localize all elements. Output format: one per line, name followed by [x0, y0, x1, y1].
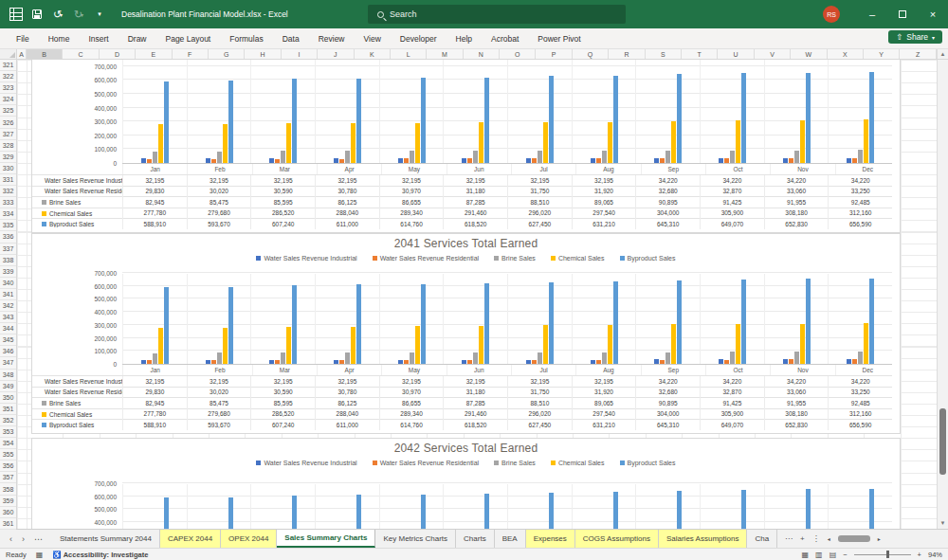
row-header-357[interactable]: 357: [0, 472, 16, 483]
row-header-321[interactable]: 321: [0, 60, 16, 71]
horizontal-scroll-thumb[interactable]: [838, 535, 870, 542]
column-header-I[interactable]: I: [282, 49, 318, 59]
redo-icon[interactable]: ↻▾: [70, 6, 87, 23]
sheet-tab-salaries-assumptions[interactable]: Salaries Assumptions: [659, 530, 747, 548]
column-header-N[interactable]: N: [464, 49, 500, 59]
column-header-U[interactable]: U: [718, 49, 754, 59]
close-icon[interactable]: ×: [918, 0, 948, 28]
ribbon-tab-draw[interactable]: Draw: [119, 31, 155, 46]
row-header-355[interactable]: 355: [0, 449, 16, 461]
row-header-331[interactable]: 331: [0, 174, 16, 186]
all-sheets-icon[interactable]: ⋯: [785, 534, 793, 543]
save-icon[interactable]: [28, 6, 46, 23]
row-header-361[interactable]: 361: [0, 518, 16, 530]
sheet-tab-opex-2044[interactable]: OPEX 2044: [221, 530, 277, 548]
column-header-P[interactable]: P: [536, 49, 572, 59]
row-header-349[interactable]: 349: [0, 381, 16, 392]
ribbon-tab-page-layout[interactable]: Page Layout: [157, 31, 220, 46]
row-header-358[interactable]: 358: [0, 483, 16, 495]
row-header-340[interactable]: 340: [0, 278, 16, 289]
sheet-tab-sales-summary-charts[interactable]: Sales Summary Charts: [277, 530, 375, 548]
row-header-328[interactable]: 328: [0, 140, 16, 152]
row-header-325[interactable]: 325: [0, 105, 16, 117]
row-header-333[interactable]: 333: [0, 197, 16, 208]
sheet-tab-capex-2044[interactable]: CAPEX 2044: [160, 530, 221, 548]
row-header-345[interactable]: 345: [0, 334, 16, 346]
sheet-tab-charts[interactable]: Charts: [456, 530, 495, 548]
column-header-X[interactable]: X: [828, 49, 864, 59]
row-header-323[interactable]: 323: [0, 82, 16, 94]
select-all-corner[interactable]: [0, 49, 17, 59]
column-header-O[interactable]: O: [500, 49, 536, 59]
column-header-Q[interactable]: Q: [573, 49, 609, 59]
row-header-348[interactable]: 348: [0, 370, 16, 381]
chart-2041-services-total-earned[interactable]: 2041 Services Total EarnedWater Sales Re…: [31, 233, 901, 434]
restore-icon[interactable]: [887, 0, 918, 28]
zoom-slider[interactable]: [854, 554, 911, 555]
vertical-scroll-thumb[interactable]: [939, 408, 946, 475]
row-header-346[interactable]: 346: [0, 346, 16, 357]
sheet-canvas[interactable]: Water Sales Revenue IndustrialWater Sale…: [17, 60, 937, 529]
column-header-M[interactable]: M: [427, 49, 463, 59]
row-header-336[interactable]: 336: [0, 231, 16, 243]
ribbon-tab-data[interactable]: Data: [274, 31, 308, 46]
sheet-tab-cogs-assumptions[interactable]: COGS Assumptions: [575, 530, 659, 548]
column-header-R[interactable]: R: [609, 49, 645, 59]
ribbon-tab-insert[interactable]: Insert: [80, 31, 117, 46]
column-header-K[interactable]: K: [355, 49, 391, 59]
row-header-334[interactable]: 334: [0, 208, 16, 220]
page-layout-view-icon[interactable]: ▥: [815, 551, 823, 559]
sheet-tab-statements-summary-2044[interactable]: Statements Summary 2044: [52, 530, 160, 548]
column-header-W[interactable]: W: [791, 49, 827, 59]
column-header-G[interactable]: G: [209, 49, 245, 59]
avatar[interactable]: RS: [823, 6, 840, 23]
ribbon-tab-formulas[interactable]: Formulas: [221, 31, 271, 46]
vertical-scroll-down-icon[interactable]: ▼: [938, 517, 948, 529]
tabbar-menu-icon[interactable]: ⋮: [812, 534, 820, 543]
sheet-tab-cha[interactable]: Cha: [747, 530, 777, 548]
chart-partial-top[interactable]: Water Sales Revenue IndustrialWater Sale…: [31, 60, 901, 233]
column-header-S[interactable]: S: [646, 49, 682, 59]
sheet-tab-key-metrics-charts[interactable]: Key Metrics Charts: [375, 530, 456, 548]
row-header-337[interactable]: 337: [0, 244, 16, 255]
column-header-J[interactable]: J: [318, 49, 354, 59]
row-header-344[interactable]: 344: [0, 323, 16, 334]
column-header-E[interactable]: E: [136, 49, 172, 59]
row-header-352[interactable]: 352: [0, 415, 16, 426]
row-header-322[interactable]: 322: [0, 71, 16, 82]
column-header-B[interactable]: B: [27, 49, 63, 59]
ribbon-tab-home[interactable]: Home: [40, 31, 79, 46]
row-header-335[interactable]: 335: [0, 220, 16, 231]
share-button[interactable]: ⇧ Share ▾: [888, 30, 942, 44]
accessibility-status[interactable]: ♿ Accessibility: Investigate: [52, 551, 148, 559]
qat-customize-icon[interactable]: ▾: [91, 6, 108, 23]
row-header-324[interactable]: 324: [0, 94, 16, 105]
row-header-341[interactable]: 341: [0, 289, 16, 300]
hscroll-left-icon[interactable]: ◂: [828, 535, 830, 542]
column-header-T[interactable]: T: [682, 49, 718, 59]
ribbon-tab-review[interactable]: Review: [310, 31, 354, 46]
ribbon-tab-acrobat[interactable]: Acrobat: [483, 31, 527, 46]
ribbon-tab-view[interactable]: View: [356, 31, 390, 46]
column-header-V[interactable]: V: [755, 49, 791, 59]
vertical-scrollbar[interactable]: ▼: [937, 60, 948, 529]
row-header-359[interactable]: 359: [0, 496, 16, 507]
row-header-350[interactable]: 350: [0, 392, 16, 404]
ribbon-tab-power-pivot[interactable]: Power Pivot: [529, 31, 589, 46]
zoom-slider-thumb[interactable]: [886, 551, 889, 558]
column-header-Y[interactable]: Y: [864, 49, 900, 59]
sheet-next-icon[interactable]: ›: [22, 534, 25, 544]
row-header-343[interactable]: 343: [0, 312, 16, 323]
column-header-D[interactable]: D: [100, 49, 136, 59]
row-header-329[interactable]: 329: [0, 152, 16, 163]
undo-icon[interactable]: ↺▾: [49, 6, 66, 23]
new-sheet-icon[interactable]: +: [800, 534, 805, 543]
sheet-more-icon[interactable]: ⋯: [34, 534, 43, 544]
row-header-356[interactable]: 356: [0, 461, 16, 472]
zoom-out-icon[interactable]: −: [843, 551, 847, 559]
ribbon-tab-help[interactable]: Help: [447, 31, 481, 46]
row-header-326[interactable]: 326: [0, 117, 16, 128]
row-header-353[interactable]: 353: [0, 426, 16, 438]
ribbon-tab-file[interactable]: File: [8, 31, 38, 46]
vertical-scroll-up-icon[interactable]: ▲: [937, 49, 948, 59]
